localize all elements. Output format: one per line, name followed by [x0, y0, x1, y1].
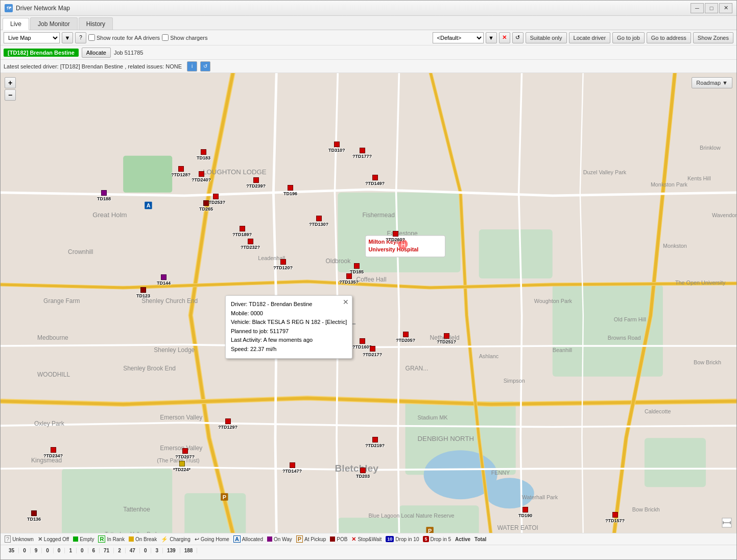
marker-TD135[interactable]: ?TD135? [339, 273, 359, 285]
logged-off-label: Logged Off [44, 536, 69, 542]
svg-rect-7 [338, 518, 399, 533]
help-icon[interactable]: ? [75, 32, 86, 43]
marker-TD239[interactable]: ?TD239? [246, 177, 266, 189]
marker-TD240[interactable]: ?TD240? [192, 171, 211, 182]
unknown-icon: ? [5, 535, 11, 543]
popup-close-button[interactable]: ✕ [343, 298, 349, 306]
legend-pob: POB [330, 536, 347, 542]
dropdown-arrow[interactable]: ▼ [62, 32, 73, 43]
marker-TD265[interactable]: TD265 [199, 200, 213, 212]
show-zones-button[interactable]: Show Zones [693, 32, 733, 43]
marker-TD232[interactable]: ?TD232? [241, 239, 260, 250]
go-to-address-button[interactable]: Go to address [647, 32, 691, 43]
charging-icon: ⚡ [161, 536, 168, 543]
marker-TD190[interactable]: TD190 [518, 507, 532, 518]
legend-charging: ⚡ Charging [161, 536, 191, 543]
suitable-only-button[interactable]: Suitable only [526, 32, 567, 43]
app-icon: 🗺 [5, 4, 13, 12]
filter-dropdown-icon[interactable]: ▼ [486, 32, 497, 43]
stat-drop-5-value: 139 [167, 548, 176, 553]
svg-text:Simpson: Simpson [504, 378, 525, 384]
filter-select[interactable]: <Default> [433, 32, 484, 43]
marker-TD234[interactable]: ?TD234? [43, 447, 63, 458]
marker-TD189[interactable]: ?TD189? [232, 226, 252, 237]
clear-filter-icon[interactable]: ✕ [499, 32, 510, 43]
marker-TD185[interactable]: TD185 [350, 263, 364, 274]
marker-TD188[interactable]: TD188 [97, 190, 111, 201]
svg-text:A: A [147, 202, 151, 208]
legend-at-pickup: P At Pickup [296, 535, 326, 543]
roadmap-button[interactable]: Roadmap ▼ [692, 77, 732, 88]
show-route-label[interactable]: Show route for AA drivers [88, 34, 160, 41]
driver-bar: [TD182] Brendan Bestine Allocate Job 511… [1, 45, 736, 60]
scale-icon [721, 517, 732, 530]
svg-text:Waterhall Park: Waterhall Park [522, 494, 558, 500]
tab-history[interactable]: History [79, 17, 113, 30]
stop-wait-label: Stop&Wait [358, 536, 382, 542]
marker-label-TD251: ?TD251? [437, 339, 456, 344]
tab-live[interactable]: Live [3, 18, 29, 30]
marker-TD177[interactable]: ?TD177? [352, 148, 372, 159]
marker-TD310[interactable]: TD310? [328, 142, 345, 153]
info-bar: Latest selected driver: [TD182] Brendan … [1, 60, 736, 73]
going-home-label: Going Home [201, 536, 229, 542]
svg-text:GRAN...: GRAN... [406, 365, 429, 372]
marker-TD205[interactable]: ?TD205? [396, 332, 415, 343]
stat-allocated: 6 [88, 548, 100, 553]
marker-TD128[interactable]: ?TD128? [171, 166, 191, 177]
svg-text:WATER EATOI: WATER EATOI [497, 524, 538, 531]
marker-label-TD136: TD136 [27, 517, 41, 522]
in-rank-icon: R [98, 535, 105, 543]
marker-label-TD149: ?TD149? [365, 181, 385, 186]
marker-TD260[interactable]: ?TD260? [386, 231, 405, 242]
marker-TD157[interactable]: ?TD157? [605, 512, 625, 523]
zoom-in-button[interactable]: + [5, 77, 16, 88]
driver-badge[interactable]: [TD182] Brendan Bestine [4, 49, 79, 57]
marker-TD149[interactable]: ?TD149? [365, 175, 385, 186]
going-home-icon: ↩ [195, 536, 199, 543]
svg-text:Monkston Park: Monkston Park [651, 181, 688, 188]
marker-label-TD129: ?TD129? [218, 425, 237, 430]
tab-job-monitor[interactable]: Job Monitor [30, 17, 78, 30]
roadmap-select[interactable]: Roadmap ▼ [692, 77, 732, 88]
stat-stop-wait-value: 0 [144, 548, 147, 553]
go-to-job-button[interactable]: Go to job [612, 32, 645, 43]
svg-text:Great Holm: Great Holm [92, 211, 127, 219]
marker-label-TD123: TD123 [136, 293, 150, 298]
minimize-button[interactable]: ─ [691, 3, 704, 13]
drop-5-label: Drop in 5 [431, 536, 451, 542]
locate-driver-button[interactable]: Locate driver [569, 32, 611, 43]
info-refresh-icon[interactable]: ↺ [200, 61, 210, 72]
marker-TD219[interactable]: ?TD219? [365, 437, 385, 448]
marker-TD207[interactable]: ?TD207? [175, 448, 195, 459]
marker-TD203[interactable]: TD203 [356, 468, 370, 479]
title-bar-left: 🗺 Driver Network Map [5, 4, 70, 12]
show-route-checkbox[interactable] [88, 34, 95, 41]
marker-TD217[interactable]: ?TD217? [363, 346, 382, 357]
marker-TD224[interactable]: *TD224* [173, 461, 191, 472]
marker-TD120[interactable]: ?TD120? [273, 259, 293, 270]
marker-TD196[interactable]: TD196 [283, 185, 297, 196]
marker-TD144[interactable]: TD144 [157, 274, 171, 286]
marker-TD129[interactable]: ?TD129? [218, 418, 237, 430]
marker-label-TD190: TD190 [518, 513, 532, 518]
refresh-filter-icon[interactable]: ↺ [512, 32, 524, 43]
map-type-select[interactable]: Live Map Street Map Satellite [4, 32, 60, 43]
info-blue-icon[interactable]: i [187, 61, 197, 72]
marker-TD147[interactable]: ?TD147? [282, 462, 302, 474]
show-chargers-label[interactable]: Show chargers [162, 34, 207, 41]
marker-TD136[interactable]: TD136 [27, 510, 41, 522]
show-chargers-checkbox[interactable] [162, 34, 169, 41]
marker-TD251[interactable]: ?TD251? [437, 333, 456, 344]
allocate-button[interactable]: Allocate [82, 48, 111, 58]
maximize-button[interactable]: □ [705, 3, 718, 13]
zoom-out-button[interactable]: − [5, 89, 16, 101]
close-button[interactable]: ✕ [719, 3, 732, 13]
svg-text:Shenley Church End: Shenley Church End [141, 297, 198, 305]
svg-text:Tattenhoe Valley Park: Tattenhoe Valley Park [105, 531, 158, 533]
map-container[interactable]: Great Holm Crownhill Grange Farm Medbour… [1, 73, 736, 533]
marker-TD130[interactable]: ?TD130? [309, 216, 328, 227]
marker-TD123[interactable]: TD123 [136, 287, 150, 298]
stat-on-break: 0 [54, 548, 65, 553]
marker-TD183[interactable]: TD183 [197, 149, 210, 160]
